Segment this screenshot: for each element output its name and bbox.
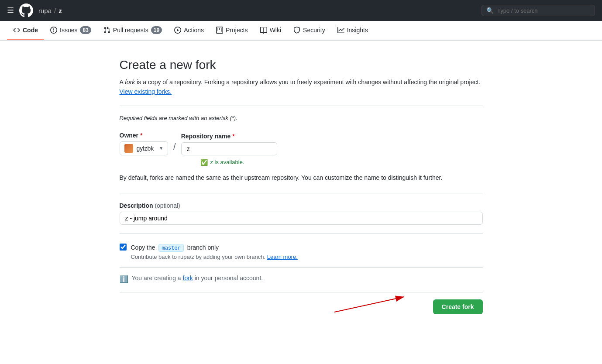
nav-item-actions[interactable]: Actions <box>168 21 210 40</box>
nav-item-wiki[interactable]: Wiki <box>254 21 287 40</box>
header: ☰ rupa / z 🔍 <box>0 0 602 21</box>
code-icon <box>13 27 20 34</box>
branch-badge: master <box>158 244 183 252</box>
breadcrumb-repo[interactable]: z <box>58 7 62 14</box>
breadcrumb-owner[interactable]: rupa <box>38 7 52 14</box>
owner-asterisk: * <box>140 132 142 139</box>
learn-more-link[interactable]: Learn more. <box>267 254 298 260</box>
description-field-group: Description (optional) <box>120 202 483 225</box>
github-logo[interactable] <box>19 3 33 17</box>
owner-repo-row: Owner * gylzbk ▼ / Repository name * <box>120 132 483 155</box>
nav-item-code[interactable]: Code <box>7 21 44 40</box>
checkbox-row: Copy the master branch only Contribute b… <box>120 243 483 260</box>
divider-checkbox <box>120 267 483 268</box>
page-description: A fork is a copy of a repository. Forkin… <box>120 77 483 97</box>
availability-notice: ✅ z is available. <box>200 159 483 166</box>
nav-item-projects[interactable]: Projects <box>210 21 254 40</box>
page-title: Create a new fork <box>120 58 483 72</box>
owner-select[interactable]: gylzbk ▼ <box>120 141 169 155</box>
actions-icon <box>174 27 181 34</box>
copy-label-suffix: branch only <box>187 244 219 251</box>
desc-middle: is a copy of a repository. Forking a rep… <box>137 79 480 86</box>
nav-security-label: Security <box>303 27 325 34</box>
divider-mid <box>120 193 483 193</box>
create-fork-button[interactable]: Create fork <box>433 299 483 314</box>
view-forks-link[interactable]: View existing forks. <box>120 88 172 95</box>
owner-avatar <box>124 144 133 153</box>
repo-name-label: Repository name * <box>181 133 277 140</box>
nav-code-label: Code <box>23 27 38 34</box>
copy-label-prefix: Copy the <box>131 244 155 251</box>
check-circle-icon: ✅ <box>200 159 208 166</box>
header-search: 🔍 <box>482 5 595 16</box>
repo-name-input[interactable] <box>181 142 277 155</box>
repo-asterisk: * <box>232 133 234 140</box>
divider-desc <box>120 234 483 234</box>
hamburger-icon[interactable]: ☰ <box>7 6 14 15</box>
description-input[interactable] <box>120 212 483 225</box>
info-icon: ℹ️ <box>120 275 128 283</box>
nav-pr-label: Pull requests <box>113 27 148 34</box>
divider-bottom <box>120 292 483 292</box>
divider-top <box>120 106 483 106</box>
fork-word: fork <box>125 79 135 86</box>
nav-actions-label: Actions <box>184 27 204 34</box>
issues-badge: 83 <box>80 26 91 34</box>
copy-master-section: Copy the master branch only Contribute b… <box>120 243 483 260</box>
wiki-icon <box>260 27 267 34</box>
description-optional: (optional) <box>155 202 180 209</box>
projects-icon <box>216 27 223 34</box>
fork-info-text: By default, forks are named the same as … <box>120 173 483 182</box>
personal-account-notice: ℹ️ You are creating a fork in your perso… <box>120 275 483 283</box>
owner-label: Owner * <box>120 132 169 139</box>
repo-name-field-group: Repository name * <box>181 133 277 155</box>
search-input[interactable] <box>497 7 590 14</box>
owner-name: gylzbk <box>137 145 154 152</box>
insights-icon <box>337 27 344 34</box>
nav-insights-label: Insights <box>347 27 368 34</box>
checkbox-label: Copy the master branch only <box>131 243 298 252</box>
repo-nav: Code Issues 83 Pull requests 19 Actions … <box>0 21 602 41</box>
search-icon: 🔍 <box>486 7 494 14</box>
pull-request-icon <box>103 27 110 34</box>
required-note: Required fields are marked with an aster… <box>120 115 483 121</box>
submit-area: Create fork <box>120 299 483 314</box>
nav-wiki-label: Wiki <box>270 27 281 34</box>
svg-line-1 <box>334 297 404 312</box>
breadcrumb-separator: / <box>54 7 56 14</box>
nav-item-insights[interactable]: Insights <box>331 21 374 40</box>
copy-master-checkbox[interactable] <box>120 244 127 251</box>
checkbox-label-group: Copy the master branch only Contribute b… <box>131 243 298 260</box>
owner-field-group: Owner * gylzbk ▼ <box>120 132 169 155</box>
availability-text: z is available. <box>210 159 244 165</box>
nav-item-issues[interactable]: Issues 83 <box>44 21 97 40</box>
nav-item-security[interactable]: Security <box>287 21 331 40</box>
main-content: Create a new fork A fork is a copy of a … <box>109 58 493 314</box>
pr-badge: 19 <box>151 26 162 34</box>
nav-issues-label: Issues <box>60 27 77 34</box>
breadcrumb: rupa / z <box>38 7 62 14</box>
chevron-down-icon: ▼ <box>159 146 163 151</box>
notice-text: You are creating a fork in your personal… <box>132 275 263 282</box>
fork-link-notice[interactable]: fork <box>183 275 193 282</box>
github-logo-icon <box>19 3 33 17</box>
nav-item-pull-requests[interactable]: Pull requests 19 <box>97 21 168 40</box>
security-icon <box>293 27 300 34</box>
contribute-text: Contribute back to rupa/z by adding your… <box>131 254 298 260</box>
issues-icon <box>50 27 57 34</box>
description-label: Description (optional) <box>120 202 483 209</box>
nav-projects-label: Projects <box>226 27 248 34</box>
slash-separator: / <box>173 142 176 155</box>
